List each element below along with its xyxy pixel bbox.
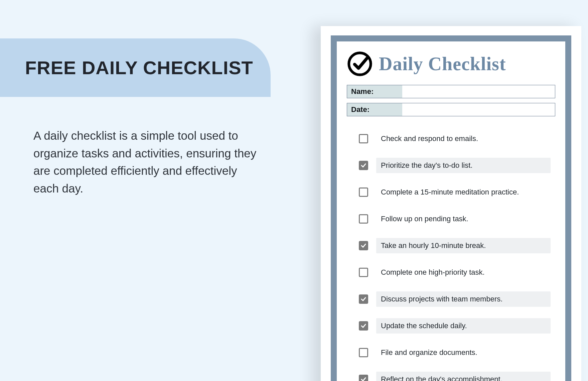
document-inner: Daily Checklist Name: Date: Check and re…: [331, 35, 571, 381]
list-item: Reflect on the day's accomplishment.: [347, 368, 555, 381]
list-item: File and organize documents.: [347, 342, 555, 364]
list-item-label: Complete one high-priority task.: [376, 265, 551, 280]
list-item-label: Update the schedule daily.: [376, 318, 551, 334]
list-item: Take an hourly 10-minute break.: [347, 235, 555, 257]
document-preview: Daily Checklist Name: Date: Check and re…: [321, 26, 581, 381]
page-title: FREE DAILY CHECKLIST: [25, 57, 253, 79]
list-item-label: Reflect on the day's accomplishment.: [376, 372, 551, 381]
name-field-value[interactable]: [402, 85, 555, 98]
date-field-label: Date:: [347, 103, 402, 116]
list-item: Prioritize the day's to-do list.: [347, 154, 555, 176]
document-title: Daily Checklist: [379, 53, 506, 75]
document-header: Daily Checklist: [347, 51, 555, 77]
checkbox[interactable]: [359, 241, 368, 250]
checkbox[interactable]: [359, 161, 368, 170]
description-text: A daily checklist is a simple tool used …: [33, 127, 257, 197]
checkbox[interactable]: [359, 294, 368, 304]
list-item: Check and respond to emails.: [347, 128, 555, 150]
checkbox[interactable]: [359, 375, 368, 381]
date-field-row: Date:: [347, 103, 555, 116]
checkbox[interactable]: [359, 268, 368, 277]
name-field-label: Name:: [347, 85, 402, 98]
checkbox[interactable]: [359, 134, 368, 143]
list-item-label: Check and respond to emails.: [376, 131, 551, 146]
checkmark-circle-icon: [347, 51, 373, 77]
title-banner: FREE DAILY CHECKLIST: [0, 38, 271, 97]
checkbox[interactable]: [359, 187, 368, 197]
checklist-items: Check and respond to emails.Prioritize t…: [347, 128, 555, 381]
svg-point-0: [349, 53, 371, 75]
list-item-label: File and organize documents.: [376, 345, 551, 360]
list-item: Update the schedule daily.: [347, 315, 555, 337]
date-field-value[interactable]: [402, 103, 555, 116]
list-item: Discuss projects with team members.: [347, 288, 555, 310]
checkbox[interactable]: [359, 321, 368, 331]
list-item: Complete one high-priority task.: [347, 261, 555, 283]
list-item-label: Complete a 15-minute meditation practice…: [376, 184, 551, 200]
list-item: Follow up on pending task.: [347, 208, 555, 230]
name-field-row: Name:: [347, 85, 555, 98]
list-item-label: Take an hourly 10-minute break.: [376, 238, 551, 253]
list-item-label: Discuss projects with team members.: [376, 291, 551, 307]
list-item-label: Prioritize the day's to-do list.: [376, 158, 551, 173]
checkbox[interactable]: [359, 214, 368, 224]
checkbox[interactable]: [359, 348, 368, 357]
list-item-label: Follow up on pending task.: [376, 211, 551, 227]
list-item: Complete a 15-minute meditation practice…: [347, 181, 555, 203]
